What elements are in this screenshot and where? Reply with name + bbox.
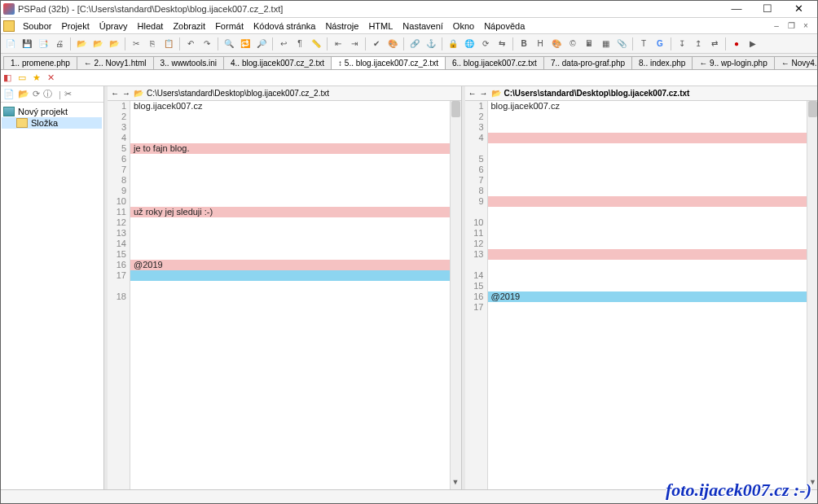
- bold-icon[interactable]: B: [517, 37, 531, 51]
- doc-tab[interactable]: 3.. wwwtools.ini: [153, 56, 224, 69]
- tree-folder[interactable]: Složka: [2, 117, 102, 129]
- sort-asc-icon[interactable]: ↧: [675, 37, 689, 51]
- mdi-restore-button[interactable]: ❐: [785, 21, 797, 30]
- code-line[interactable]: [488, 175, 807, 186]
- code-line[interactable]: [130, 196, 450, 207]
- menu-nastaven[interactable]: Nastavení: [398, 20, 448, 32]
- code-line[interactable]: [488, 239, 807, 249]
- code-line[interactable]: [130, 270, 450, 281]
- menu-kdovstrnka[interactable]: Kódová stránka: [248, 20, 320, 32]
- new-project-icon[interactable]: 📄: [3, 89, 15, 99]
- code-line[interactable]: [488, 281, 807, 291]
- google-icon[interactable]: G: [653, 37, 667, 51]
- redo-icon[interactable]: ↷: [200, 37, 214, 51]
- info-icon[interactable]: ⓘ: [43, 88, 52, 100]
- code-line[interactable]: [130, 249, 450, 260]
- save-all-icon[interactable]: 📑: [36, 37, 51, 51]
- maximize-button[interactable]: ☐: [756, 2, 779, 15]
- spell-icon[interactable]: ✔: [369, 37, 384, 51]
- open-project-icon[interactable]: 📂: [107, 37, 121, 51]
- left-scrollbar[interactable]: ▲ ▼: [450, 101, 461, 489]
- code-line[interactable]: [130, 164, 450, 175]
- menu-projekt[interactable]: Projekt: [56, 20, 94, 32]
- menu-okno[interactable]: Okno: [448, 20, 479, 32]
- menu-pravy[interactable]: Úpravy: [95, 20, 133, 32]
- nav-open-icon[interactable]: 📂: [491, 89, 501, 98]
- doc-tab[interactable]: 7.. data-pro-graf.php: [543, 56, 632, 69]
- code-line[interactable]: je to fajn blog.: [130, 143, 450, 154]
- nav-back-icon[interactable]: ←: [111, 89, 119, 98]
- right-editor[interactable]: 1234 56789 10111213 14151617 blog.ijacek…: [465, 101, 819, 489]
- close-panel-icon[interactable]: ✕: [47, 72, 59, 84]
- menu-formt[interactable]: Formát: [210, 20, 248, 32]
- menu-hledat[interactable]: Hledat: [133, 20, 169, 32]
- hex-icon[interactable]: H: [533, 37, 548, 51]
- close-button[interactable]: ✕: [787, 2, 810, 15]
- doc-tab[interactable]: 6.. blog.ijacek007.cz.txt: [445, 56, 544, 69]
- code-line[interactable]: [488, 196, 807, 207]
- code-line[interactable]: [488, 217, 807, 228]
- code-line[interactable]: blog.ijacek007.cz: [488, 101, 807, 112]
- copy-icon[interactable]: ⎘: [145, 37, 160, 51]
- code-line[interactable]: [488, 270, 807, 281]
- mdi-minimize-button[interactable]: –: [771, 21, 782, 30]
- code-line[interactable]: [130, 217, 450, 228]
- doc-tab[interactable]: ← 9.. wp-login.php: [692, 56, 774, 69]
- scroll-thumb[interactable]: [451, 101, 460, 117]
- code-line[interactable]: [130, 112, 450, 122]
- doc-tab[interactable]: 1.. promene.php: [3, 56, 77, 69]
- scroll-thumb[interactable]: [808, 101, 817, 117]
- code-line[interactable]: [130, 133, 450, 143]
- indent-right-icon[interactable]: ⇥: [347, 37, 362, 51]
- refresh-icon[interactable]: ⟳: [478, 37, 493, 51]
- cut-icon[interactable]: ✂: [129, 37, 143, 51]
- sync-icon[interactable]: ⇆: [495, 37, 509, 51]
- switch-icon[interactable]: ⇄: [707, 37, 722, 51]
- clip-icon[interactable]: 📎: [614, 37, 629, 51]
- undo-icon[interactable]: ↶: [183, 37, 198, 51]
- code-line[interactable]: [488, 302, 807, 313]
- project-pane-icon[interactable]: ◧: [3, 72, 15, 84]
- link-icon[interactable]: 🔗: [407, 37, 422, 51]
- refresh-tree-icon[interactable]: ⟳: [33, 89, 40, 99]
- save-icon[interactable]: 💾: [20, 37, 34, 51]
- record-macro-icon[interactable]: ●: [729, 37, 744, 51]
- nonprint-icon[interactable]: ¶: [292, 37, 307, 51]
- doc-tab[interactable]: ← Novy4.html: [774, 56, 818, 69]
- table-icon[interactable]: ▦: [598, 37, 613, 51]
- code-line[interactable]: [488, 133, 807, 143]
- tree-project-root[interactable]: Nový projekt: [2, 106, 102, 117]
- paste-icon[interactable]: 📋: [161, 37, 176, 51]
- code-line[interactable]: [130, 291, 450, 302]
- favorites-icon[interactable]: ★: [33, 72, 44, 84]
- ftp-icon[interactable]: 🌐: [462, 37, 477, 51]
- code-line[interactable]: @2019: [130, 260, 450, 270]
- color-icon[interactable]: 🎨: [385, 37, 400, 51]
- scroll-down-icon[interactable]: ▼: [451, 478, 461, 489]
- tools-icon[interactable]: ✂: [64, 89, 72, 99]
- menu-npovda[interactable]: Nápověda: [479, 20, 530, 32]
- mdi-close-button[interactable]: ×: [800, 21, 811, 30]
- code-line[interactable]: blog.ijacek007.cz: [130, 101, 450, 112]
- print-icon[interactable]: 🖨: [52, 37, 67, 51]
- doc-tab[interactable]: 8.. index.php: [631, 56, 693, 69]
- text-icon[interactable]: T: [636, 37, 651, 51]
- wrap-icon[interactable]: ↩: [276, 37, 291, 51]
- code-line[interactable]: [130, 239, 450, 249]
- folder-pane-icon[interactable]: ▭: [18, 72, 29, 84]
- replace-icon[interactable]: 🔁: [238, 37, 253, 51]
- open-recent-icon[interactable]: 📂: [90, 37, 105, 51]
- right-scrollbar[interactable]: ▲ ▼: [807, 101, 818, 489]
- code-line[interactable]: už roky jej sleduji :-): [130, 207, 450, 217]
- nav-back-icon[interactable]: ←: [468, 89, 477, 98]
- doc-tab[interactable]: 4.. blog.ijacek007.cz_2.txt: [223, 56, 332, 69]
- code-line[interactable]: [488, 112, 807, 122]
- code-line[interactable]: [130, 154, 450, 164]
- scroll-down-icon[interactable]: ▼: [807, 478, 818, 489]
- open-icon[interactable]: 📂: [74, 37, 89, 51]
- palette-icon[interactable]: 🎨: [549, 37, 564, 51]
- find-files-icon[interactable]: 🔎: [254, 37, 269, 51]
- code-line[interactable]: [488, 164, 807, 175]
- menu-html[interactable]: HTML: [363, 20, 398, 32]
- code-line[interactable]: [488, 249, 807, 260]
